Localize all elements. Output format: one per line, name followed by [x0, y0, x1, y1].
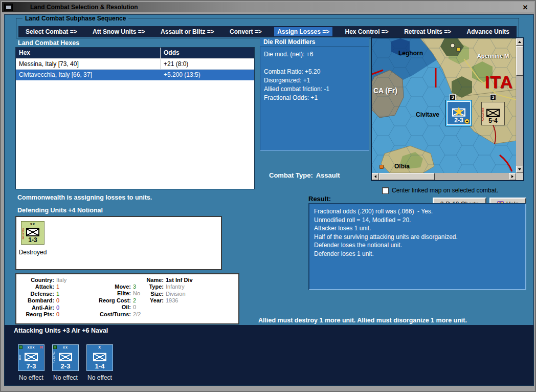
- seq-step-retreat-units[interactable]: Retreat Units =>: [401, 27, 454, 36]
- client-area: Land Combat Subphase Sequence Select Com…: [4, 14, 534, 386]
- attacking-unit-counter[interactable]: xx 1st Inf Div 2-3: [52, 344, 79, 371]
- loss-requirement-text: Allied must destroy 1 more unit. Allied …: [258, 317, 467, 324]
- seq-step-att-snow-units[interactable]: Att Snow Units =>: [90, 27, 148, 36]
- app-icon: [4, 4, 13, 11]
- seq-step-convert[interactable]: Convert =>: [227, 27, 265, 36]
- combat-type-value: Assault: [316, 171, 340, 179]
- list-item: xx 1st Inf Div 2-3 No effect: [52, 344, 79, 381]
- info-label: Attack:: [19, 284, 56, 290]
- unit-flag-marker: R: [40, 345, 43, 350]
- table-row[interactable]: Messina, Italy [73, 40] +21 (8:0): [16, 59, 254, 70]
- unit-strength: 7-3: [18, 362, 44, 370]
- map-view[interactable]: Leghorn Apennine M ITA CA (Fr) Civitave …: [372, 38, 516, 173]
- map-panel: Leghorn Apennine M ITA CA (Fr) Civitave …: [371, 37, 524, 181]
- seq-step-advance-units[interactable]: Advance Units: [464, 27, 512, 36]
- scroll-left-icon[interactable]: [372, 173, 379, 180]
- die-roll-modifiers-title: Die Roll Modifiers: [260, 38, 369, 47]
- info-label: Country:: [19, 277, 56, 284]
- map-label-apennine: Apennine M: [477, 53, 509, 59]
- motorized-symbol-icon: [486, 109, 500, 117]
- result-line: Fractional odds (.200) roll was (.066) -…: [314, 207, 521, 216]
- list-item: X 1-4 No effect: [86, 344, 113, 381]
- attacking-unit-counter[interactable]: xxx R II Inf 7-3: [18, 344, 44, 371]
- map-vertical-scrollbar[interactable]: [516, 38, 523, 173]
- unit-strength: 1-4: [87, 362, 113, 370]
- unit-info-col1: Country:Italy Attack:1 Defense:1 Bombard…: [19, 277, 66, 318]
- info-label: Type:: [142, 284, 166, 290]
- unit-size-marker: X: [87, 345, 113, 349]
- modifier-line: Disorganized: +1: [264, 76, 365, 85]
- defending-units-header: Defending Units +4 Notional: [17, 207, 103, 214]
- unit-strength: 1-3: [21, 236, 44, 244]
- info-value: 0: [133, 304, 136, 310]
- info-value: 0: [56, 304, 59, 311]
- modifier-line: Combat Ratio: +5.20: [264, 68, 365, 76]
- hex-cell: Messina, Italy [73, 40]: [16, 59, 161, 69]
- seq-step-assign-losses[interactable]: Assign Losses =>: [274, 27, 332, 36]
- info-value: 1936: [166, 297, 178, 303]
- attacking-unit-counter[interactable]: X 1-4: [86, 344, 113, 371]
- unit-size-marker: xx: [21, 222, 44, 226]
- sequence-legend: Land Combat Subphase Sequence: [23, 15, 128, 22]
- unit-info-col2: Move:3 Elite:No Reorg Cost:2 Oil:0 Cost/…: [92, 284, 141, 318]
- scroll-right-icon[interactable]: [509, 173, 516, 180]
- center-map-label: Center linked map on selected combat.: [392, 187, 498, 194]
- seq-step-hex-control[interactable]: Hex Control =>: [342, 27, 392, 36]
- info-value: 2/2: [133, 311, 141, 317]
- modifier-line: Die mod. (net): +6: [264, 50, 365, 59]
- attacking-units-section: Attacking Units +3 Air +6 Naval xxx R II…: [5, 325, 533, 385]
- die-roll-modifiers-panel: Die mod. (net): +6 Combat Ratio: +5.20 D…: [260, 47, 369, 151]
- modifier-line: Allied combat friction: -1: [264, 85, 365, 94]
- info-label: Bombard:: [19, 297, 56, 304]
- column-header-odds[interactable]: Odds: [161, 48, 254, 59]
- window-title: Land Combat Selection & Resolution: [30, 4, 138, 11]
- info-value: 3: [133, 284, 136, 290]
- scroll-down-icon[interactable]: [516, 166, 523, 173]
- unit-loss-status: No effect: [18, 374, 44, 381]
- result-line: Unmodified roll = 14, Modified = 20.: [314, 216, 521, 225]
- unit-strength: 2-3: [53, 362, 78, 370]
- info-value: Italy: [56, 277, 66, 283]
- info-value: 0: [56, 297, 59, 303]
- info-value: No: [133, 290, 140, 296]
- result-label: Result:: [308, 195, 331, 203]
- info-label: Year:: [142, 297, 166, 304]
- column-header-hex[interactable]: Hex: [16, 48, 161, 59]
- combat-type: Combat Type:Assault: [269, 171, 340, 179]
- info-label: Cost/Turns:: [92, 311, 133, 318]
- info-value: 2: [133, 297, 136, 303]
- map-unit-counter-selected[interactable]: 2-3 +: [447, 101, 471, 125]
- info-label: Reorg Pts:: [19, 311, 56, 318]
- unit-loss-status: Destroyed: [17, 249, 48, 256]
- vertical-scroll-thumb[interactable]: [516, 46, 523, 76]
- map-unit-counter[interactable]: XXXXVII Mot 5-4: [481, 102, 505, 125]
- infantry-symbol-icon: [25, 353, 38, 361]
- attacking-units-header: Attacking Units +3 Air +6 Naval: [14, 327, 108, 334]
- info-value: Infantry: [166, 284, 185, 290]
- modifier-line: [264, 59, 365, 68]
- unit-loss-status: No effect: [52, 374, 79, 381]
- infantry-symbol-icon: [26, 228, 39, 236]
- combat-hexes-table: Hex Odds Messina, Italy [73, 40] +21 (8:…: [15, 47, 255, 189]
- modifier-line: Fractional Odds: +1: [264, 94, 365, 102]
- scroll-up-icon[interactable]: [516, 38, 523, 46]
- table-row-selected[interactable]: Civitavecchia, Italy [66, 37] +5.200 (13…: [16, 70, 254, 80]
- defending-unit-counter[interactable]: xx 1st Inf Div 1-3: [21, 221, 44, 245]
- title-bar: Land Combat Selection & Resolution ✕: [2, 2, 534, 12]
- stack-size-badge: 3: [490, 94, 496, 100]
- center-map-checkbox[interactable]: [382, 187, 389, 194]
- map-label-leghorn: Leghorn: [398, 50, 423, 57]
- map-horizontal-scrollbar[interactable]: [372, 173, 516, 180]
- seq-step-select-combat[interactable]: Select Combat =>: [23, 27, 80, 36]
- horizontal-scroll-thumb[interactable]: [379, 173, 435, 180]
- info-label: Defense:: [19, 291, 56, 297]
- defending-units-panel: xx 1st Inf Div 1-3 Destroyed: [15, 216, 222, 270]
- info-value: 1: [56, 284, 59, 290]
- close-icon[interactable]: ✕: [521, 4, 530, 11]
- plus-marker-icon: +: [464, 119, 470, 124]
- info-label: Size:: [142, 291, 166, 297]
- sequence-groupbox: Land Combat Subphase Sequence Select Com…: [16, 18, 519, 38]
- odds-cell: +21 (8:0): [161, 59, 254, 69]
- seq-step-assault-or-blitz[interactable]: Assault or Blitz =>: [158, 27, 217, 36]
- map-label-olbia: Olbia: [394, 163, 410, 170]
